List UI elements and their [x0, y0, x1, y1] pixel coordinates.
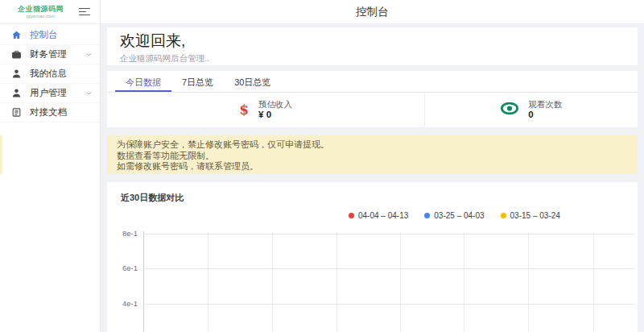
chart-title: 近30日数据对比 — [121, 192, 184, 204]
gridline-vertical — [400, 232, 401, 332]
sidebar-item-label: 控制台 — [30, 29, 58, 41]
y-axis-line — [143, 231, 144, 332]
y-axis-tick: 6e-1 — [107, 264, 138, 272]
sidebar-item-finance[interactable]: 财务管理 — [0, 45, 100, 64]
y-axis-tick: 8e-1 — [107, 229, 138, 238]
legend-dot-yellow — [501, 213, 506, 218]
gridline-vertical — [528, 232, 529, 332]
legend-label: 03-25 – 04-03 — [434, 211, 484, 220]
gridline-horizontal — [143, 304, 634, 305]
sidebar: 企业猫源码网 qiyemao.com 控制台 财务管理 — [0, 0, 101, 332]
logo-domain: qiyemao.com — [18, 14, 64, 19]
gridline-vertical — [593, 232, 594, 332]
legend-label: 03-15 – 03-24 — [510, 211, 560, 220]
chart-legend: 04-04 – 04-13 03-25 – 04-03 03-15 – 03-2… — [349, 211, 560, 220]
logo-text: 企业猫源码网 — [18, 6, 64, 13]
tab-7day-overview[interactable]: 7日总览 — [171, 71, 224, 92]
welcome-heading: 欢迎回来, — [120, 31, 625, 52]
briefcase-icon — [11, 49, 22, 60]
user-icon — [11, 68, 22, 79]
security-notice: 为保障账户安全，禁止修改账号密码，仅可申请提现。 数据查看等功能无限制。 如需修… — [107, 135, 638, 174]
sidebar-item-docs[interactable]: 对接文档 — [0, 103, 100, 122]
sidebar-item-label: 对接文档 — [30, 106, 67, 118]
sidebar-collapse-button[interactable] — [79, 8, 91, 16]
sidebar-item-user-management[interactable]: 用户管理 — [0, 84, 100, 103]
sidebar-item-my-info[interactable]: 我的信息 — [0, 64, 100, 84]
gridline-horizontal — [143, 268, 634, 269]
sidebar-item-console[interactable]: 控制台 — [0, 26, 100, 45]
gridline-horizontal — [143, 234, 634, 234]
chevron-down-icon — [85, 51, 93, 58]
eye-icon — [501, 102, 518, 118]
tabs-stats-card: 今日数据 7日总览 30日总览 $ 预估收入 ¥ 0 — [107, 71, 638, 127]
stats-row: $ 预估收入 ¥ 0 — [107, 93, 638, 127]
users-icon — [11, 88, 22, 98]
legend-item-series1: 04-04 – 04-13 — [349, 211, 408, 220]
notice-line: 如需修改账号密码，请联系管理员。 — [117, 161, 628, 172]
sidebar-item-label: 我的信息 — [30, 68, 67, 80]
legend-dot-blue — [424, 213, 430, 218]
sidebar-item-label: 用户管理 — [30, 87, 67, 99]
main-area: 控制台 欢迎回来, 企业猫源码网后台管理.. 今日数据 7日总览 30日总览 $… — [101, 0, 644, 332]
stat-label: 预估收入 — [258, 99, 292, 110]
stat-label: 观看次数 — [528, 99, 562, 110]
stat-value: 0 — [528, 110, 562, 120]
logo: 企业猫源码网 qiyemao.com — [18, 6, 64, 19]
y-axis-tick: 4e-1 — [107, 299, 138, 308]
legend-dot-red — [349, 213, 354, 218]
sidebar-nav: 控制台 财务管理 我的信息 用户管理 — [0, 24, 100, 122]
tabbar: 今日数据 7日总览 30日总览 — [107, 71, 638, 93]
welcome-card: 欢迎回来, 企业猫源码网后台管理.. — [107, 27, 638, 65]
stat-value: ¥ 0 — [258, 110, 292, 120]
notice-line: 数据查看等功能无限制。 — [117, 151, 628, 162]
content: 欢迎回来, 企业猫源码网后台管理.. 今日数据 7日总览 30日总览 $ 预估收… — [101, 24, 644, 332]
dollar-icon: $ — [239, 103, 249, 117]
notice-line: 为保障账户安全，禁止修改账号密码，仅可申请提现。 — [117, 139, 628, 151]
document-icon — [11, 107, 22, 118]
notice-edge-sliver — [0, 135, 2, 174]
welcome-subtitle: 企业猫源码网后台管理.. — [120, 53, 625, 64]
legend-label: 04-04 – 04-13 — [358, 211, 408, 220]
logo-row: 企业猫源码网 qiyemao.com — [0, 0, 100, 24]
app-window: 企业猫源码网 qiyemao.com 控制台 财务管理 — [0, 0, 644, 332]
tab-today-data[interactable]: 今日数据 — [115, 71, 171, 92]
stat-estimated-income: $ 预估收入 ¥ 0 — [107, 93, 425, 127]
home-icon — [11, 30, 22, 40]
sidebar-item-label: 财务管理 — [30, 48, 67, 60]
gridline-vertical — [464, 232, 464, 332]
legend-item-series3: 03-15 – 03-24 — [501, 211, 560, 220]
gridline-vertical — [336, 232, 337, 332]
stat-view-count: 观看次数 0 — [425, 93, 638, 127]
legend-item-series2: 03-25 – 04-03 — [424, 211, 484, 220]
tab-30day-overview[interactable]: 30日总览 — [224, 71, 281, 92]
top-header: 控制台 — [101, 0, 644, 24]
chevron-down-icon — [85, 89, 93, 97]
gridline-vertical — [272, 232, 273, 332]
gridline-vertical — [208, 232, 208, 332]
chart-card: 近30日数据对比 04-04 – 04-13 03-25 – 04-03 03-… — [107, 182, 638, 332]
page-title: 控制台 — [356, 5, 389, 19]
